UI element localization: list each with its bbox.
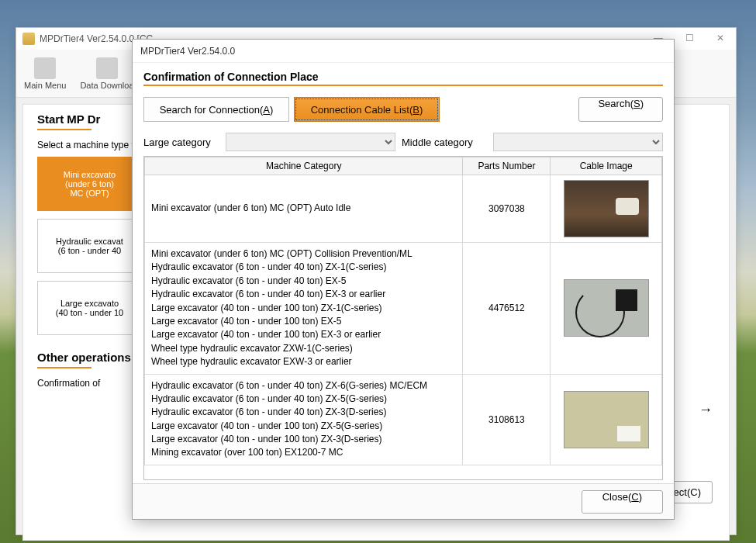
machine-category-line: Wheel type hydraulic excavator ZXW-1(C-s… bbox=[151, 342, 456, 355]
machine-card-large-excavator[interactable]: Large excavato (40 ton - under 10 bbox=[37, 281, 142, 335]
machine-card-label: Large excavato (40 ton - under 10 bbox=[56, 299, 123, 317]
heading-underline bbox=[37, 129, 91, 130]
download-icon bbox=[96, 57, 118, 79]
machine-card-label: Mini excavato (under 6 ton) MC (OPT) bbox=[64, 170, 116, 198]
machine-category-line: Hydraulic excavator (6 ton - under 40 to… bbox=[151, 275, 456, 288]
search-button[interactable]: Search(S) bbox=[578, 97, 663, 122]
dialog-footer: Close(C) bbox=[133, 483, 674, 519]
tab-row: Search for Connection(A) Connection Cabl… bbox=[143, 97, 663, 122]
heading-underline bbox=[37, 367, 91, 368]
middle-category-select[interactable] bbox=[493, 133, 663, 151]
machine-category-line: Large excavator (40 ton - under 100 ton)… bbox=[151, 328, 456, 341]
app-icon bbox=[22, 33, 35, 45]
dialog-heading-underline bbox=[143, 85, 663, 86]
machine-category-line: Hydraulic excavator (6 ton - under 40 to… bbox=[151, 288, 456, 301]
machine-card-label: Hydraulic excavat (6 ton - under 40 bbox=[56, 237, 123, 255]
toolbar-data-download-label: Data Downloa bbox=[80, 81, 133, 90]
cell-cable-image bbox=[551, 175, 662, 243]
col-cable-image[interactable]: Cable Image bbox=[551, 157, 662, 175]
dialog-title: MPDrTier4 Ver2.54.0.0 bbox=[140, 46, 235, 57]
machine-category-line: Mini excavator (under 6 ton) MC (OPT) Au… bbox=[151, 202, 456, 215]
tab-label: Search for Connection(A) bbox=[160, 104, 274, 116]
machine-card-mini-excavator[interactable]: Mini excavato (under 6 ton) MC (OPT) bbox=[37, 157, 142, 211]
table-row[interactable]: Mini excavator (under 6 ton) MC (OPT) Au… bbox=[145, 175, 662, 243]
table-row[interactable]: Mini excavator (under 6 ton) MC (OPT) Co… bbox=[145, 243, 662, 375]
machine-category-line: Large excavator (40 ton - under 100 ton)… bbox=[151, 420, 456, 433]
tab-connection-cable-list[interactable]: Connection Cable List(B) bbox=[294, 97, 440, 122]
toolbar-main-menu[interactable]: Main Menu bbox=[24, 57, 66, 90]
machine-category-list: Mini excavator (under 6 ton) MC (OPT) Au… bbox=[151, 202, 456, 215]
cell-parts-number: 3108613 bbox=[463, 374, 551, 465]
large-category-select[interactable] bbox=[226, 133, 395, 151]
dialog-heading: Confirmation of Connection Place bbox=[143, 71, 663, 83]
machine-category-list: Mini excavator (under 6 ton) MC (OPT) Co… bbox=[151, 247, 456, 369]
tab-label: Connection Cable List(B) bbox=[311, 104, 423, 116]
cable-image-thumbnail[interactable] bbox=[564, 180, 649, 237]
cell-parts-number: 3097038 bbox=[463, 175, 551, 243]
cell-cable-image bbox=[551, 243, 662, 375]
filter-row: Large category Middle category bbox=[143, 133, 663, 151]
machine-category-line: Large excavator (40 ton - under 100 ton)… bbox=[151, 315, 456, 328]
connection-place-dialog: MPDrTier4 Ver2.54.0.0 Confirmation of Co… bbox=[132, 39, 675, 520]
machine-category-line: Large excavator (40 ton - under 100 ton)… bbox=[151, 302, 456, 315]
cell-machine-category: Hydraulic excavator (6 ton - under 40 to… bbox=[145, 374, 463, 465]
maximize-button[interactable]: ☐ bbox=[674, 28, 705, 48]
large-category-label: Large category bbox=[143, 137, 219, 148]
cell-machine-category: Mini excavator (under 6 ton) MC (OPT) Co… bbox=[145, 243, 463, 375]
arrow-right-icon[interactable]: → bbox=[699, 402, 713, 418]
dialog-body: Confirmation of Connection Place Search … bbox=[133, 63, 674, 483]
col-parts-number[interactable]: Parts Number bbox=[463, 157, 551, 175]
cable-image-thumbnail[interactable] bbox=[564, 279, 649, 337]
middle-category-label: Middle category bbox=[402, 137, 487, 148]
machine-category-line: Hydraulic excavator (6 ton - under 40 to… bbox=[151, 393, 456, 406]
machine-category-line: Mining excavator (over 100 ton) EX1200-7… bbox=[151, 446, 456, 459]
tab-search-for-connection[interactable]: Search for Connection(A) bbox=[143, 97, 289, 122]
cell-machine-category: Mini excavator (under 6 ton) MC (OPT) Au… bbox=[145, 175, 463, 243]
cable-image-thumbnail[interactable] bbox=[564, 391, 649, 448]
cable-table-scroll[interactable]: Machine Category Parts Number Cable Imag… bbox=[144, 157, 662, 479]
cell-parts-number: 4476512 bbox=[463, 243, 551, 375]
table-row[interactable]: Hydraulic excavator (6 ton - under 40 to… bbox=[145, 374, 662, 465]
close-button[interactable]: Close(C) bbox=[582, 490, 663, 514]
toolbar-data-download[interactable]: Data Downloa bbox=[80, 57, 133, 90]
machine-category-list: Hydraulic excavator (6 ton - under 40 to… bbox=[151, 379, 456, 460]
cable-table: Machine Category Parts Number Cable Imag… bbox=[144, 157, 662, 465]
toolbar-main-menu-label: Main Menu bbox=[24, 81, 66, 90]
close-button-label: Close(C) bbox=[602, 491, 642, 503]
machine-category-line: Wheel type hydraulic excavator EXW-3 or … bbox=[151, 355, 456, 368]
machine-category-line: Hydraulic excavator (6 ton - under 40 to… bbox=[151, 379, 456, 393]
machine-card-hydraulic-excavator[interactable]: Hydraulic excavat (6 ton - under 40 bbox=[37, 219, 142, 273]
dialog-titlebar: MPDrTier4 Ver2.54.0.0 bbox=[133, 40, 674, 63]
machine-category-line: Large excavator (40 ton - under 100 ton)… bbox=[151, 433, 456, 446]
main-menu-icon bbox=[34, 57, 56, 79]
machine-category-line: Hydraulic excavator (6 ton - under 40 to… bbox=[151, 261, 456, 274]
close-button[interactable]: ✕ bbox=[705, 28, 736, 48]
col-machine-category[interactable]: Machine Category bbox=[145, 157, 463, 175]
cell-cable-image bbox=[551, 374, 662, 465]
machine-category-line: Hydraulic excavator (6 ton - under 40 to… bbox=[151, 406, 456, 419]
machine-category-line: Mini excavator (under 6 ton) MC (OPT) Co… bbox=[151, 247, 456, 261]
search-button-label: Search(S) bbox=[598, 98, 644, 109]
cable-table-wrap: Machine Category Parts Number Cable Imag… bbox=[143, 156, 663, 480]
